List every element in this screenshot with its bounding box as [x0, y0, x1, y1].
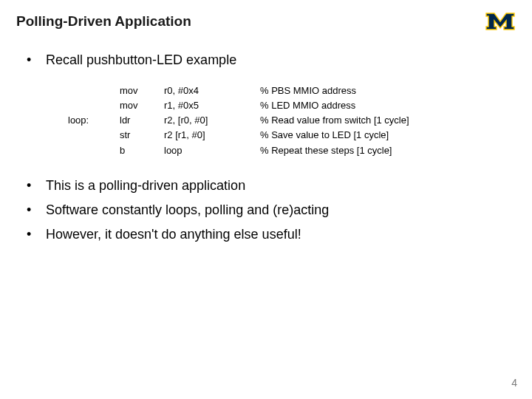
code-args: r2 [r1, #0]	[164, 128, 260, 143]
code-row: mov r1, #0x5 % LED MMIO address	[68, 98, 516, 113]
bullet-dot-icon: •	[16, 50, 46, 70]
bullet-item: • However, it doesn't do anything else u…	[16, 225, 516, 245]
bullet-dot-icon: •	[16, 225, 46, 245]
bullet-text: Recall pushbutton-LED example	[46, 50, 516, 70]
code-row: b loop % Repeat these steps [1 cycle]	[68, 143, 516, 158]
bullet-item: • Software constantly loops, polling and…	[16, 200, 516, 220]
bullet-dot-icon: •	[16, 200, 46, 220]
code-comment: % PBS MMIO address	[260, 83, 516, 98]
code-comment: % Repeat these steps [1 cycle]	[260, 143, 516, 158]
code-op: b	[120, 143, 164, 158]
slide-title: Polling-Driven Application	[16, 13, 516, 30]
code-op: str	[120, 128, 164, 143]
code-args: r0, #0x4	[164, 83, 260, 98]
bullets-top: • Recall pushbutton-LED example	[16, 50, 516, 70]
code-comment: % Read value from switch [1 cycle]	[260, 113, 516, 128]
code-row: loop: ldr r2, [r0, #0] % Read value from…	[68, 113, 516, 128]
code-label: loop:	[68, 113, 120, 128]
code-args: r1, #0x5	[164, 98, 260, 113]
code-comment: % LED MMIO address	[260, 98, 516, 113]
code-label	[68, 83, 120, 98]
code-row: mov r0, #0x4 % PBS MMIO address	[68, 83, 516, 98]
code-args: r2, [r0, #0]	[164, 113, 260, 128]
code-args: loop	[164, 143, 260, 158]
page-number: 4	[511, 377, 517, 389]
code-op: ldr	[120, 113, 164, 128]
code-label	[68, 98, 120, 113]
michigan-logo-icon	[485, 10, 516, 34]
code-label	[68, 143, 120, 158]
slide: Polling-Driven Application • Recall push…	[0, 0, 532, 399]
code-label	[68, 128, 120, 143]
code-op: mov	[120, 98, 164, 113]
code-op: mov	[120, 83, 164, 98]
bullet-text: However, it doesn't do anything else use…	[46, 225, 516, 245]
assembly-code-block: mov r0, #0x4 % PBS MMIO address mov r1, …	[68, 83, 516, 158]
bullet-dot-icon: •	[16, 176, 46, 196]
bullet-text: Software constantly loops, polling and (…	[46, 200, 516, 220]
bullet-item: • This is a polling-driven application	[16, 176, 516, 196]
code-comment: % Save value to LED [1 cycle]	[260, 128, 516, 143]
bullet-item: • Recall pushbutton-LED example	[16, 50, 516, 70]
code-row: str r2 [r1, #0] % Save value to LED [1 c…	[68, 128, 516, 143]
bullets-bottom: • This is a polling-driven application •…	[16, 176, 516, 245]
bullet-text: This is a polling-driven application	[46, 176, 516, 196]
